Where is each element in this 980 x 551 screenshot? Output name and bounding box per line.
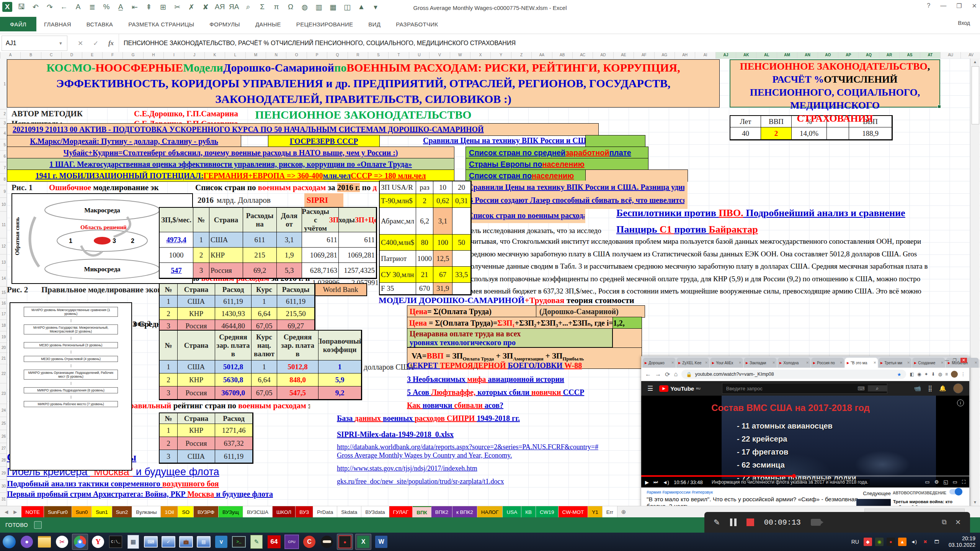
volume-icon[interactable]: ◄) bbox=[663, 479, 669, 485]
help-button[interactable]: ? bbox=[927, 2, 930, 10]
terminal-icon[interactable]: >_ bbox=[231, 534, 247, 549]
enter-icon[interactable]: ✓ bbox=[93, 39, 98, 47]
vertical-scrollbar[interactable]: ▲ ▼ bbox=[970, 59, 980, 506]
add-sheet-button[interactable]: ⊕ bbox=[617, 506, 630, 518]
subtitles-icon[interactable]: ▭ bbox=[925, 479, 929, 485]
row-7[interactable]: 7 bbox=[0, 162, 7, 174]
sheet-tab-налог[interactable]: НАЛОГ bbox=[477, 506, 503, 518]
cmd-icon[interactable]: C:\_ bbox=[108, 534, 123, 549]
link-sipri-db[interactable]: База данных военных расходов СИПРИ 1949-… bbox=[337, 414, 639, 423]
sheet-tab-к-впк2[interactable]: к ВПК2 bbox=[452, 506, 477, 518]
network-error-icon[interactable]: ✖ bbox=[921, 538, 929, 546]
browser-tab-холодна[interactable]: Холодна bbox=[777, 358, 810, 368]
recorder-close-icon[interactable]: ✕ bbox=[955, 518, 961, 527]
keyboard-icon[interactable]: ⌨ bbox=[858, 386, 865, 391]
banner-1941[interactable]: 1941 г. МОБИЛИЗАЦИОННЫЙ ПОТЕНЦИАЛ: ГЕРМА… bbox=[7, 170, 454, 182]
stop-button[interactable] bbox=[746, 518, 754, 526]
sheet-tab-1oil[interactable]: 1Oil bbox=[161, 506, 178, 518]
link-pop-list[interactable]: Список стран по населению bbox=[466, 170, 589, 182]
row-8[interactable]: 8 bbox=[0, 174, 7, 185]
sheet-tab-cw19[interactable]: CW19 bbox=[536, 506, 559, 518]
youtube-logo[interactable]: ▶YouTubeRU bbox=[659, 385, 701, 392]
sheet-grid[interactable]: 1234567891011121314151617181920212223242… bbox=[0, 59, 980, 506]
link-wage-list[interactable]: Список стран по средней заработной плате bbox=[466, 147, 648, 159]
video-player[interactable]: Состав ВМС США на 2017-2018 год - 11 ато… bbox=[641, 396, 969, 487]
server-manager-icon[interactable]: ▤ bbox=[196, 534, 211, 549]
row-6[interactable]: 6 bbox=[0, 151, 7, 162]
link-worldbank-url[interactable]: http://databank.worldbank.org/data/repor… bbox=[337, 443, 639, 451]
sheet-tab-вулканы[interactable]: Вулканы bbox=[132, 506, 161, 518]
volume-icon[interactable]: ◄) bbox=[910, 538, 918, 546]
sheet-nav-arrows[interactable]: ◀▶ bbox=[0, 506, 21, 518]
row-31[interactable]: 31 bbox=[0, 493, 7, 506]
ribbon-tab-формулы[interactable]: ФОРМУЛЫ bbox=[202, 17, 248, 31]
link-aktiv-course[interactable]: 20210919 210113 00 АКТИВ - ПОДГОТОВКА УС… bbox=[13, 125, 484, 134]
forward-icon[interactable]: → bbox=[655, 371, 661, 378]
row-17[interactable]: 17 bbox=[0, 308, 7, 320]
browser-tab-дорошко[interactable]: Дорошко bbox=[643, 358, 676, 368]
ribbon-tab-главная[interactable]: ГЛАВНАЯ bbox=[36, 17, 79, 31]
app-64-icon[interactable]: 64 bbox=[266, 534, 282, 549]
row-13[interactable]: 13 bbox=[0, 254, 7, 271]
sheet-tab-sun1[interactable]: Sun1 bbox=[92, 506, 112, 518]
sheet-tab-вузрф[interactable]: ВУЗРФ bbox=[194, 506, 219, 518]
link-europe-pop[interactable]: Страны Европы по населению bbox=[466, 158, 648, 170]
sheet-tab-y1[interactable]: Y1 bbox=[588, 506, 603, 518]
row-24[interactable]: 24 bbox=[0, 404, 7, 417]
row-19[interactable]: 19 bbox=[0, 331, 7, 343]
row-29[interactable]: 29 bbox=[0, 467, 7, 480]
tray-app-red-icon[interactable]: ◆ bbox=[864, 538, 872, 546]
cell-aj1-selected[interactable]: ПЕНСИОННОЕ ЗАКОНОДАТЕЛЬСТВО, РАСЧЁТ % ОТ… bbox=[730, 59, 940, 108]
theater-icon[interactable]: ▭ bbox=[953, 479, 957, 485]
link-aces[interactable]: 5 Асов Люфтваффе, которых сбили новички … bbox=[407, 388, 640, 397]
formula-input[interactable]: ПЕНСИОННОЕ ЗАКОНОДАТЕЛЬСТВО, РАСЧЁТ % ОТ… bbox=[119, 34, 980, 52]
home-icon[interactable]: ⌂ bbox=[674, 371, 678, 378]
sheet-tab-so[interactable]: SO bbox=[178, 506, 194, 518]
language-indicator[interactable]: RU bbox=[851, 539, 859, 545]
notepad-icon[interactable]: ✎ bbox=[249, 534, 264, 549]
menu-icon[interactable]: ☰ bbox=[647, 385, 653, 393]
sheet-tab-вуз[interactable]: ВУЗ bbox=[296, 506, 313, 518]
link-sipri-file[interactable]: SIPRI-Milex-data-1949-2018_0.xlsx bbox=[337, 430, 639, 439]
back-icon[interactable]: ← bbox=[645, 371, 651, 378]
row-15[interactable]: 15 bbox=[0, 287, 7, 298]
macro-record-icon[interactable] bbox=[34, 521, 42, 529]
recommended-title[interactable]: Третья мировая война: кто победит? Засек… bbox=[893, 499, 964, 506]
tray-recorder-icon[interactable]: ● bbox=[887, 538, 895, 546]
sheet-tab-вузущ[interactable]: ВУЗущ bbox=[219, 506, 243, 518]
next-icon[interactable]: ⏭ bbox=[653, 479, 658, 485]
row-2[interactable]: 2 bbox=[0, 109, 7, 119]
clock[interactable]: 20:1903.10.2022 bbox=[946, 535, 975, 548]
sheet-tab-skdata[interactable]: Skdata bbox=[337, 506, 361, 518]
row-10[interactable]: 10 bbox=[0, 198, 7, 212]
play-icon[interactable]: ▶ bbox=[645, 479, 649, 485]
row-25[interactable]: 25 bbox=[0, 417, 7, 430]
row-1[interactable]: 1 bbox=[0, 59, 7, 109]
recommended-thumbnail[interactable] bbox=[856, 499, 891, 506]
link-myths[interactable]: 3 Необъяснимых мифа авиационной истории bbox=[407, 375, 640, 384]
youtube-search-box[interactable]: Введите запрос⌨⌕ bbox=[722, 383, 887, 394]
link-bespilotniki[interactable]: Беспилотники против ПВО. Подробнейший ан… bbox=[616, 207, 905, 219]
sheet-tab-err[interactable]: Err bbox=[603, 506, 617, 518]
link-wage-usa[interactable]: 4973,4 bbox=[160, 232, 193, 248]
sheet-tab-cw-mot[interactable]: CW-MOT bbox=[559, 506, 588, 518]
sheet-tab-usa[interactable]: USA bbox=[503, 506, 521, 518]
row-28[interactable]: 28 bbox=[0, 454, 7, 467]
browser-tab-создание[interactable]: Создание bbox=[912, 358, 945, 368]
sheet-tab-prdata[interactable]: PrData bbox=[313, 506, 337, 518]
pause-button[interactable] bbox=[730, 518, 737, 526]
vscode-icon[interactable]: V bbox=[214, 534, 229, 549]
scroll-down-icon[interactable]: ▼ bbox=[970, 499, 980, 506]
sheet-tab-вузсша[interactable]: ВУЗСША bbox=[243, 506, 273, 518]
ribbon-tab-данные[interactable]: ДАННЫЕ bbox=[248, 17, 289, 31]
browser-tab-россия-по[interactable]: Россия по bbox=[811, 358, 844, 368]
start-button[interactable] bbox=[2, 534, 17, 549]
browser-tab-your-aliex[interactable]: Your AliEx bbox=[710, 358, 743, 368]
link-1shag[interactable]: 1 ШАГ. Межгосударственная оценка эффекти… bbox=[49, 160, 412, 169]
minimize-button[interactable]: — bbox=[940, 2, 946, 10]
ninja-app-icon[interactable] bbox=[319, 534, 335, 549]
sheet-tab-впк2[interactable]: ВПК2 bbox=[431, 506, 452, 518]
yandex-disk-icon[interactable]: ● bbox=[19, 534, 34, 549]
sheet-tab-sun0[interactable]: Sun0 bbox=[72, 506, 92, 518]
ribbon-tab-разработчик[interactable]: РАЗРАБОТЧИК bbox=[388, 17, 446, 31]
